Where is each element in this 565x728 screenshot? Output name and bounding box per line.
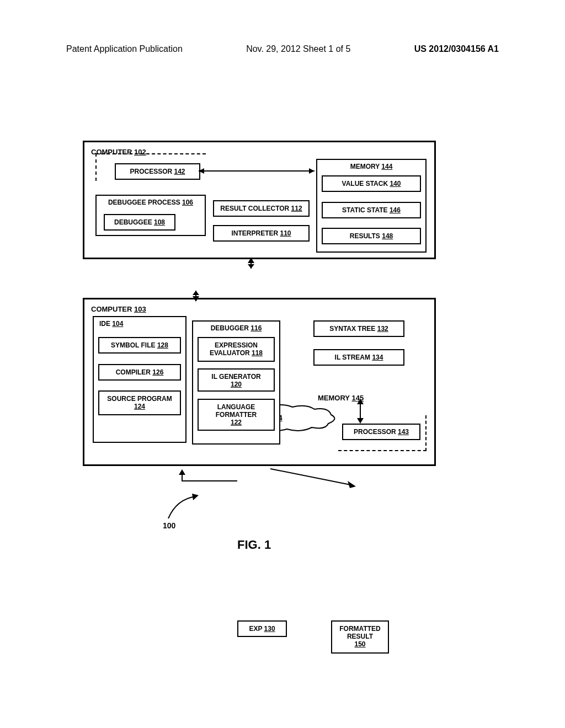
svg-marker-11 — [357, 418, 364, 424]
symbol-file-box: SYMBOL FILE 128 — [98, 337, 181, 354]
debuggee-108-box: DEBUGGEE 108 — [104, 214, 175, 231]
header-center: Nov. 29, 2012 Sheet 1 of 5 — [246, 44, 350, 54]
interpreter-box: INTERPRETER 110 — [213, 225, 310, 242]
svg-line-15 — [270, 469, 353, 485]
results-148-box: RESULTS 148 — [322, 228, 421, 244]
il-generator-box: IL GENERATOR120 — [198, 368, 275, 392]
language-formatter-box: LANGUAGE FORMATTER122 — [198, 399, 275, 431]
svg-marker-4 — [248, 258, 254, 263]
processor-143-box: PROCESSOR 143 — [342, 424, 420, 440]
computer-103-title: COMPUTER 103 — [91, 305, 428, 313]
computer-103-box: COMPUTER 103 IDE 104 SYMBOL FILE 128 COM… — [83, 298, 436, 466]
system-ref-100: 100 — [163, 521, 175, 530]
svg-marker-1 — [199, 168, 204, 174]
arrow-exp-line — [177, 480, 240, 488]
compiler-box: COMPILER 126 — [98, 364, 181, 381]
source-program-box: SOURCE PROGRAM 124 — [98, 390, 181, 415]
syntax-tree-box: SYNTAX TREE 132 — [313, 320, 404, 337]
svg-marker-13 — [179, 469, 185, 475]
computer-102-box: COMPUTER 102 PROCESSOR 142 DEBUGGEE PROC… — [83, 141, 436, 259]
static-state-box: STATIC STATE 146 — [322, 202, 421, 218]
figure-caption: FIG. 1 — [237, 538, 271, 552]
header-left: Patent Application Publication — [66, 44, 183, 54]
page-header: Patent Application Publication Nov. 29, … — [0, 0, 565, 65]
processor-142-box: PROCESSOR 142 — [115, 163, 200, 180]
system-ref-curve — [160, 494, 204, 524]
svg-marker-17 — [192, 494, 199, 500]
il-stream-box: IL STREAM 134 — [313, 349, 404, 366]
svg-marker-16 — [348, 481, 356, 488]
value-stack-box: VALUE STACK 140 — [322, 175, 421, 192]
formatted-result-box: FORMATTED RESULT150 — [331, 620, 389, 654]
svg-marker-10 — [357, 399, 364, 404]
svg-marker-5 — [248, 264, 254, 269]
result-collector-box: RESULT COLLECTOR 112 — [213, 200, 310, 217]
figure-1-diagram: COMPUTER 102 PROCESSOR 142 DEBUGGEE PROC… — [83, 141, 436, 472]
arrow-to-formatted-result — [270, 469, 359, 491]
arrow-processor-memory-102 — [199, 167, 315, 178]
arrow-cloud-up — [246, 258, 257, 269]
expression-evaluator-box: EXPRESSION EVALUATOR 118 — [198, 337, 275, 362]
svg-marker-7 — [193, 291, 199, 295]
arrow-memory-processor-103 — [355, 399, 366, 424]
header-right: US 2012/0304156 A1 — [414, 44, 499, 54]
exp-130-box: EXP 130 — [237, 620, 287, 637]
svg-marker-2 — [309, 168, 315, 174]
